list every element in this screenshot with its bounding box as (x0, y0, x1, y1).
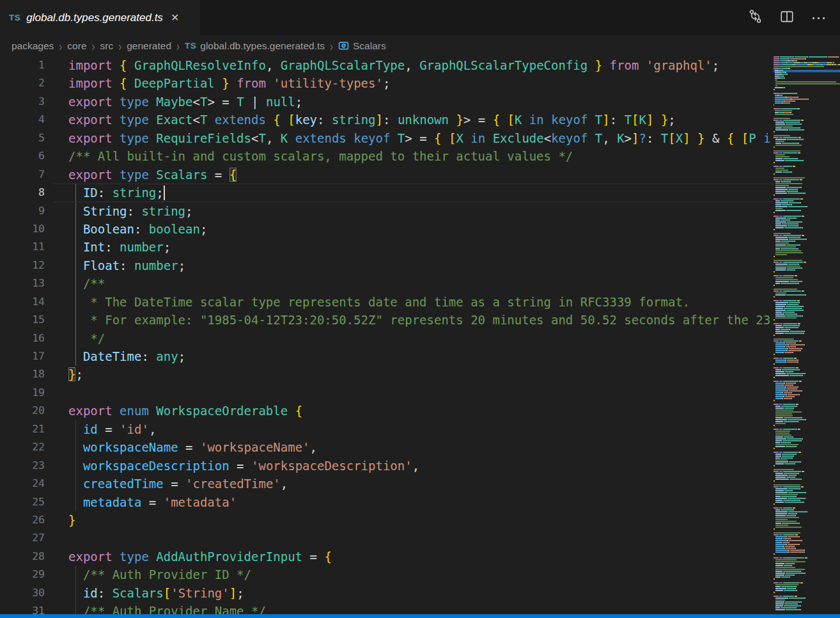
more-actions-button[interactable]: ⋯ (811, 10, 827, 26)
code-text: ID: string; (45, 184, 164, 202)
code-text: workspaceDescription = 'workspaceDescrip… (45, 457, 419, 475)
chevron-right-icon: › (118, 38, 121, 52)
line-number: 12 (0, 257, 45, 274)
code-text: createdTime = 'createdTime', (45, 475, 288, 493)
code-text: export type RequireFields<T, K extends k… (45, 129, 771, 147)
vscode-window: { "tabbar": { "tabs": [ { "icon": "TS", … (0, 0, 840, 618)
line-number: 8 (0, 184, 45, 202)
code-text: metadata = 'metadata' (45, 493, 237, 511)
line-number: 27 (0, 529, 45, 547)
code-line[interactable]: 12 Float: number; (0, 257, 774, 274)
code-text: * The DateTime scalar type represents da… (45, 293, 690, 311)
tab-title: global.db.types.generated.ts (26, 12, 163, 24)
line-number: 9 (0, 202, 45, 220)
chevron-right-icon: › (330, 38, 333, 52)
code-text: */ (45, 329, 105, 347)
breadcrumb-item-packages[interactable]: packages (12, 40, 54, 52)
split-editor-icon (779, 9, 795, 27)
code-line[interactable]: 19 (0, 384, 774, 402)
code-line[interactable]: 23 workspaceDescription = 'workspaceDesc… (0, 457, 774, 475)
code-text: /** Auth Provider ID */ (45, 566, 251, 583)
line-number: 28 (0, 548, 45, 566)
code-line[interactable]: 6/** All built-in and custom scalars, ma… (0, 147, 774, 165)
code-text: export type Scalars = { (45, 166, 237, 184)
line-number: 25 (0, 493, 45, 511)
code-line[interactable]: 28export type AddAuthProviderInput = { (0, 548, 774, 566)
code-line[interactable]: 20export enum WorkspaceOrderable { (0, 402, 774, 420)
breadcrumb: packages›core›src›generated›TSglobal.db.… (0, 35, 774, 56)
code-line[interactable]: 22 workspaceName = 'workspaceName', (0, 438, 774, 456)
breadcrumb-item-src[interactable]: src (100, 40, 114, 52)
code-line[interactable]: 5export type RequireFields<T, K extends … (0, 129, 774, 147)
code-line[interactable]: 14 * The DateTime scalar type represents… (0, 293, 774, 311)
line-number: 15 (0, 311, 45, 329)
code-line[interactable]: 3export type Maybe<T> = T | null; (0, 93, 774, 111)
line-number: 19 (0, 384, 45, 402)
code-text: }; (45, 365, 83, 383)
symbol-type-icon (338, 40, 349, 51)
code-line[interactable]: 15 * For example: "1985-04-12T23:20:50.5… (0, 311, 774, 329)
code-line[interactable]: 31 /** Auth Provider Name */ (0, 602, 774, 614)
line-number: 11 (0, 238, 45, 256)
close-icon[interactable]: ✕ (171, 13, 179, 23)
breadcrumb-item-generated[interactable]: generated (127, 40, 171, 52)
code-text: export type Exact<T extends { [key: stri… (45, 111, 676, 129)
code-line[interactable]: 8 ID: string; (0, 184, 774, 202)
minimap[interactable] (774, 56, 840, 614)
code-line[interactable]: 18}; (0, 365, 774, 383)
code-text: workspaceName = 'workspaceName', (45, 438, 317, 456)
code-line[interactable]: 4export type Exact<T extends { [key: str… (0, 111, 774, 129)
code-text: /** Auth Provider Name */ (45, 602, 266, 614)
code-text (45, 384, 68, 402)
line-number: 30 (0, 584, 45, 602)
line-number: 16 (0, 329, 45, 347)
line-number: 2 (0, 74, 45, 92)
line-number: 5 (0, 129, 45, 147)
code-line[interactable]: 29 /** Auth Provider ID */ (0, 566, 774, 583)
chevron-right-icon: › (176, 38, 180, 52)
code-line[interactable]: 16 */ (0, 329, 774, 347)
code-line[interactable]: 9 String: string; (0, 202, 774, 220)
breadcrumb-item-core[interactable]: core (67, 40, 86, 52)
code-text: } (45, 511, 75, 529)
line-number: 13 (0, 274, 45, 292)
breadcrumb-label: global.db.types.generated.ts (200, 40, 325, 52)
line-number: 18 (0, 365, 45, 383)
code-line[interactable]: 25 metadata = 'metadata' (0, 493, 774, 511)
chevron-right-icon: › (59, 38, 62, 52)
line-number: 14 (0, 293, 45, 311)
breadcrumb-item-scalars[interactable]: Scalars (338, 40, 386, 52)
line-number: 29 (0, 566, 45, 583)
code-line[interactable]: 10 Boolean: boolean; (0, 220, 774, 238)
code-line[interactable]: 13 /** (0, 274, 774, 292)
code-line[interactable]: 2import { DeepPartial } from 'utility-ty… (0, 74, 774, 92)
tab-bar: TS global.db.types.generated.ts ✕ (0, 0, 840, 35)
code-text: /** All built-in and custom scalars, map… (45, 147, 573, 165)
code-line[interactable]: 26} (0, 511, 774, 529)
tab-global-db-types-generated[interactable]: TS global.db.types.generated.ts ✕ (0, 0, 200, 35)
code-text (45, 529, 68, 547)
code-line[interactable]: 1import { GraphQLResolveInfo, GraphQLSca… (0, 56, 774, 74)
code-text: export enum WorkspaceOrderable { (45, 402, 302, 420)
code-line[interactable]: 11 Int: number; (0, 238, 774, 256)
line-number: 31 (0, 602, 45, 614)
open-changes-button[interactable] (747, 10, 763, 26)
code-text: * For example: "1985-04-12T23:20:50.52Z"… (45, 311, 770, 329)
breadcrumb-label: Scalars (353, 40, 386, 52)
split-editor-button[interactable] (779, 10, 795, 26)
line-number: 20 (0, 402, 45, 420)
code-line[interactable]: 24 createdTime = 'createdTime', (0, 475, 774, 493)
code-line[interactable]: 17 DateTime: any; (0, 347, 774, 365)
code-line[interactable]: 30 id: Scalars['String']; (0, 584, 774, 602)
line-number: 10 (0, 220, 45, 238)
code-line[interactable]: 7export type Scalars = { (0, 166, 774, 184)
chevron-right-icon: › (92, 38, 95, 52)
code-line[interactable]: 27 (0, 529, 774, 547)
breadcrumb-item-global-db-types-generated-ts[interactable]: TSglobal.db.types.generated.ts (185, 40, 325, 52)
breadcrumb-label: packages (12, 40, 54, 52)
code-line[interactable]: 21 id = 'id', (0, 420, 774, 438)
line-number: 23 (0, 457, 45, 475)
line-number: 1 (0, 56, 45, 74)
code-editor[interactable]: 1import { GraphQLResolveInfo, GraphQLSca… (0, 56, 774, 614)
line-number: 21 (0, 420, 45, 438)
